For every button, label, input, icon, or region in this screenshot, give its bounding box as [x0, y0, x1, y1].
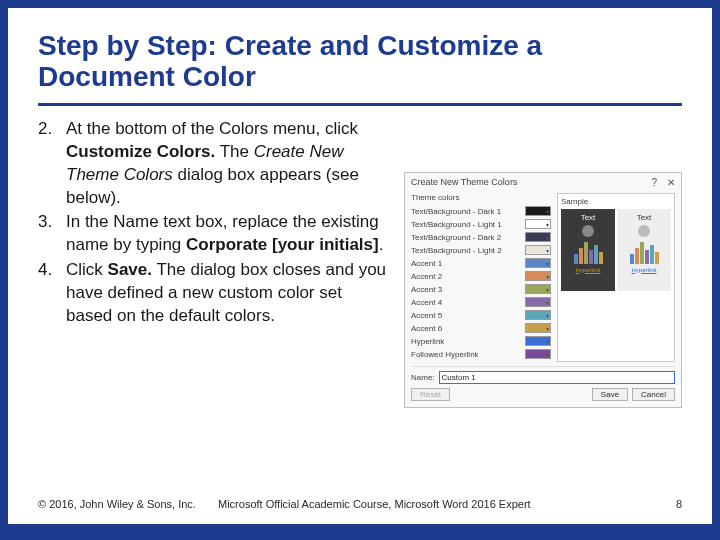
dialog-screenshot: Create New Theme Colors ? ✕ Theme colors…: [404, 118, 682, 498]
sample-panel: Sample Text Hyperlink Text: [557, 193, 675, 362]
dialog-titlebar: Create New Theme Colors ? ✕: [411, 177, 675, 188]
color-row-label: Text/Background - Dark 2: [411, 233, 501, 242]
close-icon: ✕: [667, 177, 675, 188]
color-row: Accent 4: [411, 297, 551, 308]
color-row-label: Followed Hyperlink: [411, 350, 479, 359]
color-row-label: Text/Background - Dark 1: [411, 207, 501, 216]
step-number: 3.: [38, 211, 66, 257]
color-row: Hyperlink: [411, 336, 551, 347]
dialog-title-text: Create New Theme Colors: [411, 177, 517, 187]
color-swatch-dropdown[interactable]: [525, 206, 551, 216]
sample-light: Text Hyperlink: [617, 209, 671, 291]
color-row-label: Accent 3: [411, 285, 442, 294]
step-list: 2.At the bottom of the Colors menu, clic…: [38, 118, 392, 498]
color-row: Accent 1: [411, 258, 551, 269]
color-swatch-dropdown[interactable]: [525, 271, 551, 281]
page-number: 8: [652, 498, 682, 510]
color-row-label: Accent 2: [411, 272, 442, 281]
page-title: Step by Step: Create and Customize a Doc…: [38, 30, 682, 93]
color-swatch-dropdown[interactable]: [525, 336, 551, 346]
color-row: Accent 6: [411, 323, 551, 334]
color-swatch-dropdown[interactable]: [525, 323, 551, 333]
save-button[interactable]: Save: [592, 388, 628, 401]
color-row: Text/Background - Dark 1: [411, 206, 551, 217]
color-swatch-dropdown[interactable]: [525, 284, 551, 294]
footer: © 2016, John Wiley & Sons, Inc. Microsof…: [38, 498, 682, 510]
step-item: 4.Click Save. The dialog box closes and …: [38, 259, 392, 328]
color-swatch-dropdown[interactable]: [525, 349, 551, 359]
content-area: 2.At the bottom of the Colors menu, clic…: [38, 118, 682, 498]
color-swatch-dropdown[interactable]: [525, 258, 551, 268]
color-row: Accent 3: [411, 284, 551, 295]
title-rule: [38, 103, 682, 106]
color-row: Followed Hyperlink: [411, 349, 551, 360]
color-row: Accent 2: [411, 271, 551, 282]
help-icon: ?: [651, 177, 657, 188]
theme-colors-label: Theme colors: [411, 193, 551, 202]
sample-label: Sample: [561, 197, 671, 206]
name-row: Name:: [411, 366, 675, 384]
footer-course: Microsoft Official Academic Course, Micr…: [218, 498, 652, 510]
color-row-label: Accent 6: [411, 324, 442, 333]
step-text: Click Save. The dialog box closes and yo…: [66, 259, 392, 328]
sample-dark: Text Hyperlink: [561, 209, 615, 291]
create-theme-colors-dialog: Create New Theme Colors ? ✕ Theme colors…: [404, 172, 682, 408]
step-item: 3.In the Name text box, replace the exis…: [38, 211, 392, 257]
color-row-label: Accent 1: [411, 259, 442, 268]
color-row-label: Accent 4: [411, 298, 442, 307]
step-text: In the Name text box, replace the existi…: [66, 211, 392, 257]
color-swatch-dropdown[interactable]: [525, 245, 551, 255]
slide: Step by Step: Create and Customize a Doc…: [8, 8, 712, 524]
step-text: At the bottom of the Colors menu, click …: [66, 118, 392, 210]
color-swatch-dropdown[interactable]: [525, 219, 551, 229]
step-number: 4.: [38, 259, 66, 328]
cancel-button[interactable]: Cancel: [632, 388, 675, 401]
color-row-label: Text/Background - Light 2: [411, 246, 502, 255]
color-row-label: Accent 5: [411, 311, 442, 320]
reset-button[interactable]: Reset: [411, 388, 450, 401]
theme-color-list: Theme colors Text/Background - Dark 1Tex…: [411, 193, 551, 362]
color-row: Accent 5: [411, 310, 551, 321]
color-swatch-dropdown[interactable]: [525, 232, 551, 242]
color-row-label: Text/Background - Light 1: [411, 220, 502, 229]
color-row: Text/Background - Dark 2: [411, 232, 551, 243]
step-item: 2.At the bottom of the Colors menu, clic…: [38, 118, 392, 210]
name-input[interactable]: [439, 371, 675, 384]
color-row-label: Hyperlink: [411, 337, 444, 346]
step-number: 2.: [38, 118, 66, 210]
footer-copyright: © 2016, John Wiley & Sons, Inc.: [38, 498, 218, 510]
color-row: Text/Background - Light 2: [411, 245, 551, 256]
name-label: Name:: [411, 373, 435, 382]
color-swatch-dropdown[interactable]: [525, 310, 551, 320]
color-row: Text/Background - Light 1: [411, 219, 551, 230]
color-swatch-dropdown[interactable]: [525, 297, 551, 307]
